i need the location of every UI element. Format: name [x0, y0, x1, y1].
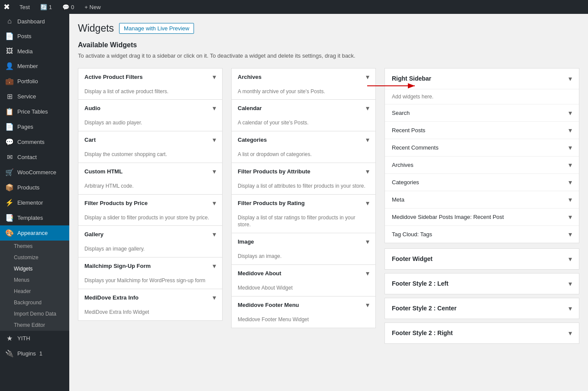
chevron-down-icon: ▾ — [213, 262, 216, 270]
chevron-down-icon: ▾ — [569, 196, 572, 204]
sidebar-widget-label: Archives — [392, 162, 414, 168]
chevron-down-icon: ▾ — [569, 280, 572, 288]
sidebar-widget-item[interactable]: Recent Posts▾ — [385, 121, 579, 139]
widget-header[interactable]: Calendar▾ — [232, 100, 375, 117]
sidebar-item-comments[interactable]: 💬 Comments — [0, 134, 69, 150]
submenu-widgets[interactable]: Widgets — [0, 263, 69, 274]
adminbar-updates[interactable]: 🔄 1 — [38, 0, 55, 14]
right-sidebar-title: Right Sidebar — [392, 75, 431, 82]
sidebar-item-member[interactable]: 👤 Member — [0, 59, 69, 74]
adminbar-new[interactable]: + New — [82, 0, 103, 14]
chevron-down-icon: ▾ — [366, 301, 369, 309]
widget-header[interactable]: Archives▾ — [232, 68, 375, 85]
sidebar-widget-item[interactable]: Tag Cloud: Tags▾ — [385, 225, 579, 243]
widget-desc: Medidove About Widget — [232, 282, 375, 296]
sidebar-item-yith[interactable]: ★ YITH — [0, 331, 69, 346]
comments-icon: 💬 — [5, 138, 14, 146]
submenu-theme-editor[interactable]: Theme Editor — [0, 319, 69, 331]
widget-header[interactable]: Active Product Filters▾ — [78, 68, 222, 85]
chevron-down-icon: ▾ — [366, 199, 369, 207]
service-icon: ⊞ — [5, 92, 14, 101]
right-sidebar-header[interactable]: Right Sidebar ▾ — [385, 68, 579, 89]
price-tables-icon: 📋 — [5, 108, 14, 116]
submenu-themes[interactable]: Themes — [0, 241, 69, 252]
products-icon: 📦 — [5, 183, 14, 192]
submenu-import-demo[interactable]: Import Demo Data — [0, 308, 69, 319]
widget-desc: Displays an image. — [232, 250, 375, 264]
widget-item: Gallery▾Displays an image gallery. — [78, 225, 223, 257]
adminbar-site[interactable]: Test — [17, 0, 32, 14]
sidebar-item-media[interactable]: 🖼 Media — [0, 44, 69, 59]
footer-section: Footer Widget▾ — [384, 248, 579, 270]
sidebar-item-plugins[interactable]: 🔌 Plugins 1 — [0, 346, 69, 361]
sidebar-item-dashboard[interactable]: ⌂ Dashboard — [0, 14, 69, 29]
footer-section-header[interactable]: Footer Style 2 : Left▾ — [385, 274, 579, 294]
widget-header[interactable]: Cart▾ — [78, 131, 222, 148]
widget-item: Mailchimp Sign-Up Form▾Displays your Mai… — [78, 257, 223, 289]
pages-icon: 📄 — [5, 123, 14, 131]
widget-header[interactable]: MediDove Extra Info▾ — [78, 289, 222, 306]
right-sidebar-section: Right Sidebar ▾ Add widgets here. Search… — [384, 68, 579, 243]
widget-item: Custom HTML▾Arbitrary HTML code. — [78, 163, 223, 195]
widget-title: Custom HTML — [84, 168, 123, 175]
chevron-down-icon: ▾ — [366, 136, 369, 144]
sidebar-item-service[interactable]: ⊞ Service — [0, 89, 69, 104]
widget-header[interactable]: Audio▾ — [78, 100, 222, 117]
widget-item: Filter Products by Price▾Display a slide… — [78, 194, 223, 226]
sidebar-item-elementor[interactable]: ⚡ Elementor — [0, 195, 69, 210]
widget-item: Audio▾Displays an audio player. — [78, 99, 223, 131]
widget-desc: Displays an image gallery. — [78, 243, 222, 257]
sidebar-item-price-tables[interactable]: 📋 Price Tables — [0, 104, 69, 119]
adminbar-site-label: Test — [19, 4, 30, 10]
submenu-customize[interactable]: Customize — [0, 252, 69, 263]
sidebar-item-portfolio[interactable]: 💼 Portfolio — [0, 74, 69, 89]
widget-item: Filter Products by Rating▾Display a list… — [231, 194, 376, 234]
sidebar-widget-item[interactable]: Recent Comments▾ — [385, 139, 579, 156]
submenu-header[interactable]: Header — [0, 286, 69, 297]
submenu-menus[interactable]: Menus — [0, 274, 69, 286]
widget-header[interactable]: Mailchimp Sign-Up Form▾ — [78, 257, 222, 274]
sidebar-widget-item[interactable]: Categories▾ — [385, 173, 579, 191]
widget-header[interactable]: Filter Products by Price▾ — [78, 195, 222, 212]
widget-header[interactable]: Categories▾ — [232, 131, 375, 148]
sidebar-item-appearance[interactable]: 🎨 Appearance — [0, 225, 69, 241]
widget-header[interactable]: Medidove About▾ — [232, 265, 375, 282]
footer-section-header[interactable]: Footer Style 2 : Right▾ — [385, 323, 579, 343]
widget-item: Cart▾Display the customer shopping cart. — [78, 131, 223, 163]
widget-header[interactable]: Filter Products by Rating▾ — [232, 195, 375, 212]
widget-header[interactable]: Image▾ — [232, 233, 375, 250]
widget-title: MediDove Extra Info — [84, 294, 139, 301]
sidebar-item-contact[interactable]: ✉ Contact — [0, 150, 69, 165]
admin-bar: ✖ Test 🔄 1 💬 0 + New — [0, 0, 588, 14]
widget-item: Calendar▾A calendar of your site's Posts… — [231, 99, 376, 131]
plugins-badge: 1 — [39, 350, 42, 357]
widget-header[interactable]: Medidove Footer Menu▾ — [232, 297, 375, 313]
widget-header[interactable]: Gallery▾ — [78, 226, 222, 243]
sidebar-widget-item[interactable]: Search▾ — [385, 104, 579, 121]
adminbar-comments[interactable]: 💬 0 — [60, 0, 77, 14]
plugins-icon: 🔌 — [5, 349, 14, 358]
footer-section-header[interactable]: Footer Style 2 : Center▾ — [385, 298, 579, 319]
sidebar-item-pages[interactable]: 📄 Pages — [0, 119, 69, 134]
widget-header[interactable]: Filter Products by Attribute▾ — [232, 163, 375, 180]
appearance-submenu: Themes Customize Widgets Menus Header Ba… — [0, 241, 69, 331]
dashboard-icon: ⌂ — [5, 17, 14, 25]
sidebar-item-woocommerce[interactable]: 🛒 WooCommerce — [0, 165, 69, 180]
chevron-down-icon: ▾ — [213, 136, 216, 144]
sidebar-widget-label: Meta — [392, 196, 404, 203]
widget-header[interactable]: Custom HTML▾ — [78, 163, 222, 180]
sidebar-item-products[interactable]: 📦 Products — [0, 180, 69, 195]
sidebar-item-posts[interactable]: 📄 Posts — [0, 29, 69, 44]
chevron-down-icon: ▾ — [569, 255, 572, 263]
right-sidebar-chevron: ▾ — [569, 75, 572, 83]
footer-section-header[interactable]: Footer Widget▾ — [385, 249, 579, 269]
sidebar-widget-item[interactable]: Medidove Sidebar Posts Image: Recent Pos… — [385, 208, 579, 225]
submenu-background[interactable]: Background — [0, 297, 69, 308]
sidebar-widget-item[interactable]: Archives▾ — [385, 156, 579, 173]
sidebar-item-templates[interactable]: 📑 Templates — [0, 210, 69, 225]
live-preview-button[interactable]: Manage with Live Preview — [119, 23, 194, 34]
wp-logo[interactable]: ✖ — [3, 2, 10, 12]
sidebar-widget-item[interactable]: Meta▾ — [385, 191, 579, 208]
footer-section-title: Footer Style 2 : Left — [392, 280, 449, 287]
chevron-down-icon: ▾ — [569, 213, 572, 221]
